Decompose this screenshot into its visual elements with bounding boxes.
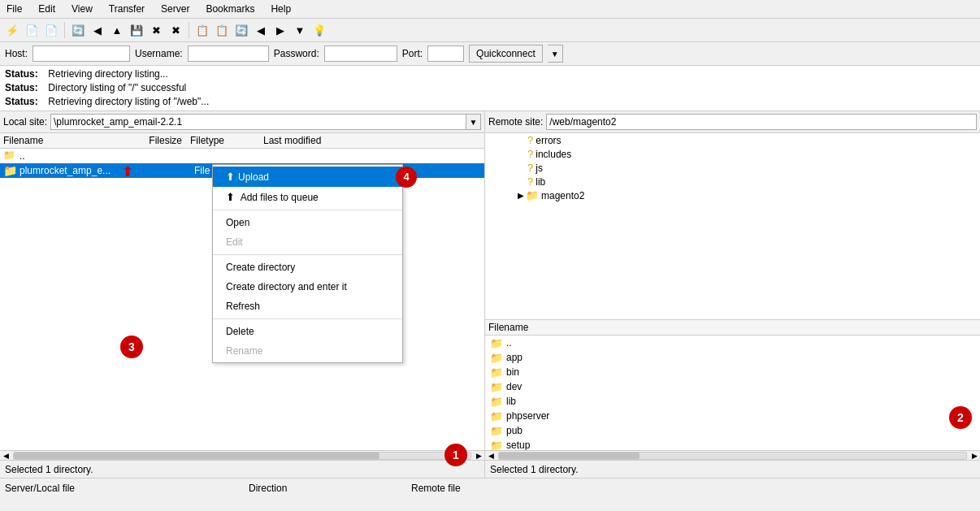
upload-row-arrow: ⬆ xyxy=(122,164,132,180)
local-file-name-up: .. xyxy=(20,150,125,162)
tree-item-js[interactable]: ? js xyxy=(485,161,980,175)
context-menu: ⬆ Upload 4 ⬆ Add files to queue Open Edi… xyxy=(212,164,403,363)
ctx-delete[interactable]: Delete xyxy=(213,322,402,341)
toolbar-btn-up[interactable]: ▲ xyxy=(108,21,126,39)
remote-file-name-app: app xyxy=(506,352,523,363)
scrollbar-thumb-local[interactable] xyxy=(14,453,379,459)
remote-folder-icon-bin: 📁 xyxy=(490,366,503,379)
remote-folder-icon-app: 📁 xyxy=(490,352,503,364)
tree-item-includes[interactable]: ? includes xyxy=(485,147,980,161)
tree-folder-icon-includes: ? xyxy=(527,148,533,160)
remote-file-phpserver[interactable]: 📁 phpserver xyxy=(485,409,980,423)
remote-file-name-bin: bin xyxy=(506,366,519,378)
toolbar-btn-cancel2[interactable]: ✖ xyxy=(167,21,184,39)
toolbar-btn-3[interactable]: 📄 xyxy=(42,21,60,39)
local-site-label: Local site: xyxy=(3,116,47,128)
toolbar-btn-down[interactable]: ▼ xyxy=(291,21,309,39)
remote-file-lib[interactable]: 📁 lib xyxy=(485,394,980,409)
host-input[interactable] xyxy=(33,45,130,62)
toolbar-btn-paste[interactable]: 📋 xyxy=(213,21,231,39)
badge-4: 4 xyxy=(396,167,417,188)
tree-folder-icon-magento2: 📁 xyxy=(526,189,539,201)
toolbar-btn-save[interactable]: 💾 xyxy=(128,21,145,39)
menu-server[interactable]: Server xyxy=(158,2,193,16)
remote-file-list: 📁 .. 📁 app 📁 bin 📁 dev 📁 lib 📁 phpse xyxy=(485,336,980,450)
port-input[interactable] xyxy=(427,45,464,62)
tree-item-lib[interactable]: ? lib xyxy=(485,175,980,188)
remote-file-bin[interactable]: 📁 bin xyxy=(485,365,980,379)
ctx-open[interactable]: Open xyxy=(213,213,402,232)
menu-bookmarks[interactable]: Bookmarks xyxy=(202,2,258,16)
ctx-upload[interactable]: ⬆ Upload 4 xyxy=(213,167,402,187)
scrollbar-track-local[interactable] xyxy=(13,452,471,460)
badge-3: 3 xyxy=(120,336,143,358)
menu-view[interactable]: View xyxy=(68,2,96,16)
ctx-sep-3 xyxy=(213,318,402,319)
port-label: Port: xyxy=(402,48,423,59)
ctx-create-dir[interactable]: Create directory xyxy=(213,258,402,277)
remote-file-pub[interactable]: 📁 pub xyxy=(485,423,980,438)
remote-panel: Remote site: ? errors ? includes ? js ? … xyxy=(485,111,980,478)
ctx-add-queue[interactable]: ⬆ Add files to queue xyxy=(213,187,402,207)
remote-file-name-up: .. xyxy=(506,337,512,349)
ctx-sep-1 xyxy=(213,210,402,210)
remote-scrollbar-thumb[interactable] xyxy=(499,453,640,459)
toolbar-btn-next[interactable]: ▶ xyxy=(271,21,289,39)
remote-scroll-right[interactable]: ▶ xyxy=(969,451,980,461)
remote-path-bar: Remote site: xyxy=(485,111,980,133)
toolbar-btn-cancel[interactable]: ✖ xyxy=(147,21,165,39)
toolbar-btn-refresh[interactable]: 🔄 xyxy=(69,21,87,39)
local-scrollbar[interactable]: ◀ ▶ xyxy=(0,450,484,460)
password-input[interactable] xyxy=(324,45,397,62)
toolbar-btn-refresh2[interactable]: 🔄 xyxy=(232,21,250,39)
ctx-refresh[interactable]: Refresh xyxy=(213,297,402,316)
remote-file-setup[interactable]: 📁 setup xyxy=(485,438,980,450)
toolbar-btn-info[interactable]: 💡 xyxy=(310,21,328,39)
tree-item-magento2[interactable]: ▶ 📁 magento2 xyxy=(485,188,980,202)
remote-scrollbar-track[interactable] xyxy=(498,452,967,460)
status-line-2: Status: Directory listing of "/" success… xyxy=(5,81,975,95)
menu-transfer[interactable]: Transfer xyxy=(106,2,148,16)
scroll-left-arrow[interactable]: ◀ xyxy=(0,451,11,461)
local-file-up[interactable]: 📁 .. xyxy=(0,149,484,163)
ctx-upload-icon: ⬆ xyxy=(226,171,235,183)
remote-file-dev[interactable]: 📁 dev xyxy=(485,379,980,394)
ctx-rename: Rename xyxy=(213,341,402,361)
toolbar: ⚡ 📄 📄 🔄 ◀ ▲ 💾 ✖ ✖ 📋 📋 🔄 ◀ ▶ ▼ 💡 xyxy=(0,19,980,42)
tree-label-errors: errors xyxy=(536,135,561,146)
remote-scrollbar[interactable]: ◀ ▶ xyxy=(485,450,980,460)
bottom-direction: Direction xyxy=(249,483,411,494)
badge-1: 1 xyxy=(444,444,467,466)
quickconnect-dropdown[interactable]: ▼ xyxy=(548,45,563,63)
remote-scroll-left[interactable]: ◀ xyxy=(485,451,497,461)
remote-filename-header: Filename xyxy=(488,322,528,333)
scroll-right-arrow[interactable]: ▶ xyxy=(473,451,484,461)
username-label: Username: xyxy=(135,48,183,59)
local-status-text: Selected 1 directory. xyxy=(5,464,93,475)
menu-edit[interactable]: Edit xyxy=(35,2,59,16)
bottom-bar: Server/Local file Direction Remote file xyxy=(0,478,980,497)
tree-item-errors[interactable]: ? errors xyxy=(485,133,980,147)
tree-label-lib: lib xyxy=(536,176,545,188)
toolbar-btn-back[interactable]: ◀ xyxy=(89,21,106,39)
remote-file-app[interactable]: 📁 app xyxy=(485,350,980,365)
status-line-1: Status: Retrieving directory listing... xyxy=(5,67,975,81)
username-input[interactable] xyxy=(188,45,269,62)
quickconnect-button[interactable]: Quickconnect xyxy=(469,45,543,63)
toolbar-btn-copy[interactable]: 📋 xyxy=(193,21,211,39)
toolbar-btn-prev[interactable]: ◀ xyxy=(252,21,270,39)
remote-status-bar: Selected 1 directory. xyxy=(485,460,980,478)
tree-expand-magento2[interactable]: ▶ xyxy=(518,191,526,200)
local-path-input[interactable] xyxy=(50,114,466,130)
status-line-3: Status: Retrieving directory listing of … xyxy=(5,95,975,109)
menu-file[interactable]: File xyxy=(3,2,25,16)
remote-path-input[interactable] xyxy=(546,114,977,130)
local-panel: Local site: ▼ Filename Filesize Filetype… xyxy=(0,111,485,478)
remote-file-up[interactable]: 📁 .. xyxy=(485,336,980,350)
toolbar-btn-1[interactable]: ⚡ xyxy=(3,21,21,39)
menu-bar: File Edit View Transfer Server Bookmarks… xyxy=(0,0,980,19)
menu-help[interactable]: Help xyxy=(267,2,294,16)
ctx-create-dir-enter[interactable]: Create directory and enter it xyxy=(213,277,402,297)
toolbar-btn-2[interactable]: 📄 xyxy=(23,21,41,39)
local-path-dropdown[interactable]: ▼ xyxy=(466,114,481,130)
